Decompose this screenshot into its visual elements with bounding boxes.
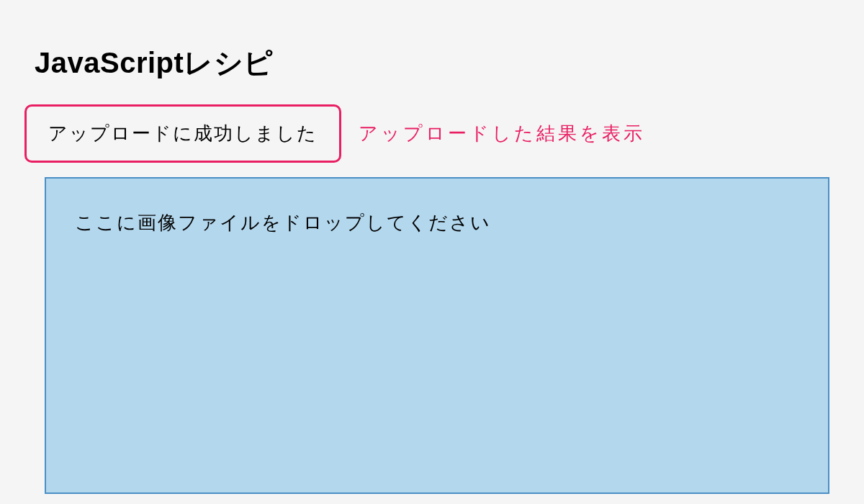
file-drop-zone[interactable]: ここに画像ファイルをドロップしてください <box>45 177 829 494</box>
status-row: アップロードに成功しました アップロードした結果を表示 <box>24 104 829 163</box>
upload-status-box: アップロードに成功しました <box>24 104 341 163</box>
drop-zone-instruction: ここに画像ファイルをドロップしてください <box>75 212 491 233</box>
status-annotation: アップロードした結果を表示 <box>359 121 645 146</box>
page-title: JavaScriptレシピ <box>35 0 829 104</box>
upload-status-text: アップロードに成功しました <box>48 122 318 144</box>
